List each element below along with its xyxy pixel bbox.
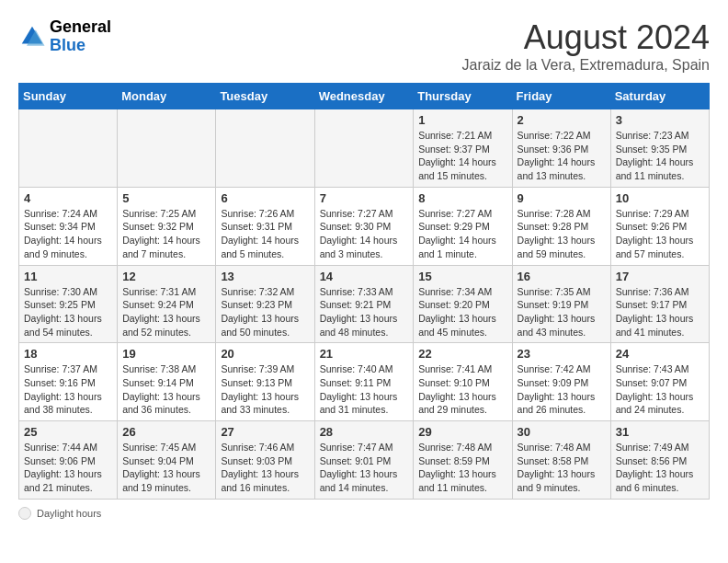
day-number: 28 [320, 425, 409, 439]
day-info: Sunrise: 7:30 AM Sunset: 9:25 PM Dayligh… [24, 285, 112, 339]
day-number: 29 [418, 425, 506, 439]
calendar-cell: 3Sunrise: 7:23 AM Sunset: 9:35 PM Daylig… [610, 109, 709, 188]
day-number: 21 [320, 347, 409, 361]
calendar-week-row: 4Sunrise: 7:24 AM Sunset: 9:34 PM Daylig… [19, 187, 710, 265]
day-number: 16 [518, 270, 606, 283]
weekday-header-monday: Monday [118, 84, 216, 109]
calendar-cell: 31Sunrise: 7:49 AM Sunset: 8:56 PM Dayli… [610, 421, 709, 500]
calendar-cell: 25Sunrise: 7:44 AM Sunset: 9:06 PM Dayli… [19, 421, 118, 500]
calendar-week-row: 18Sunrise: 7:37 AM Sunset: 9:16 PM Dayli… [19, 343, 710, 421]
weekday-header-row: SundayMondayTuesdayWednesdayThursdayFrid… [19, 84, 710, 109]
day-number: 2 [518, 113, 606, 127]
calendar-cell [118, 109, 216, 188]
day-number: 5 [122, 191, 210, 205]
calendar-cell: 10Sunrise: 7:29 AM Sunset: 9:26 PM Dayli… [610, 187, 709, 265]
day-info: Sunrise: 7:40 AM Sunset: 9:11 PM Dayligh… [320, 362, 409, 417]
calendar-cell: 6Sunrise: 7:26 AM Sunset: 9:31 PM Daylig… [216, 187, 314, 265]
day-info: Sunrise: 7:28 AM Sunset: 9:28 PM Dayligh… [518, 207, 606, 261]
calendar-week-row: 25Sunrise: 7:44 AM Sunset: 9:06 PM Dayli… [19, 421, 710, 500]
day-info: Sunrise: 7:49 AM Sunset: 8:56 PM Dayligh… [616, 441, 704, 495]
day-number: 1 [418, 113, 506, 127]
title-area: August 2024 Jaraiz de la Vera, Extremadu… [462, 18, 710, 74]
calendar-cell: 9Sunrise: 7:28 AM Sunset: 9:28 PM Daylig… [512, 187, 610, 265]
calendar-cell: 21Sunrise: 7:40 AM Sunset: 9:11 PM Dayli… [314, 343, 414, 421]
day-number: 3 [616, 113, 704, 127]
legend-icon [18, 507, 31, 520]
calendar-cell: 23Sunrise: 7:42 AM Sunset: 9:09 PM Dayli… [512, 343, 610, 421]
day-info: Sunrise: 7:33 AM Sunset: 9:21 PM Dayligh… [320, 285, 409, 339]
calendar-cell: 22Sunrise: 7:41 AM Sunset: 9:10 PM Dayli… [414, 343, 512, 421]
day-number: 20 [221, 347, 309, 361]
location-subtitle: Jaraiz de la Vera, Extremadura, Spain [462, 57, 710, 74]
calendar-cell: 18Sunrise: 7:37 AM Sunset: 9:16 PM Dayli… [19, 343, 118, 421]
day-number: 8 [418, 191, 506, 205]
day-info: Sunrise: 7:22 AM Sunset: 9:36 PM Dayligh… [518, 129, 606, 183]
day-number: 25 [24, 425, 112, 439]
calendar-cell: 7Sunrise: 7:27 AM Sunset: 9:30 PM Daylig… [314, 187, 414, 265]
calendar-cell: 2Sunrise: 7:22 AM Sunset: 9:36 PM Daylig… [512, 109, 610, 188]
day-number: 7 [320, 191, 409, 205]
calendar-cell: 14Sunrise: 7:33 AM Sunset: 9:21 PM Dayli… [314, 265, 414, 343]
calendar-cell [216, 109, 314, 188]
calendar-cell: 12Sunrise: 7:31 AM Sunset: 9:24 PM Dayli… [118, 265, 216, 343]
calendar-cell [19, 109, 118, 188]
day-info: Sunrise: 7:34 AM Sunset: 9:20 PM Dayligh… [418, 285, 506, 339]
logo: General Blue [18, 18, 111, 55]
calendar-cell: 15Sunrise: 7:34 AM Sunset: 9:20 PM Dayli… [414, 265, 512, 343]
day-info: Sunrise: 7:46 AM Sunset: 9:03 PM Dayligh… [221, 441, 309, 495]
day-number: 12 [122, 270, 210, 283]
day-info: Sunrise: 7:35 AM Sunset: 9:19 PM Dayligh… [518, 285, 606, 339]
calendar-table: SundayMondayTuesdayWednesdayThursdayFrid… [18, 83, 710, 500]
day-info: Sunrise: 7:48 AM Sunset: 8:59 PM Dayligh… [418, 441, 506, 495]
day-info: Sunrise: 7:47 AM Sunset: 9:01 PM Dayligh… [320, 441, 409, 495]
calendar-cell: 8Sunrise: 7:27 AM Sunset: 9:29 PM Daylig… [414, 187, 512, 265]
day-info: Sunrise: 7:23 AM Sunset: 9:35 PM Dayligh… [616, 129, 704, 183]
weekday-header-tuesday: Tuesday [216, 84, 314, 109]
weekday-header-sunday: Sunday [19, 84, 118, 109]
day-number: 17 [616, 270, 704, 283]
day-number: 6 [221, 191, 309, 205]
header: General Blue August 2024 Jaraiz de la Ve… [18, 18, 710, 74]
calendar-cell: 20Sunrise: 7:39 AM Sunset: 9:13 PM Dayli… [216, 343, 314, 421]
day-info: Sunrise: 7:45 AM Sunset: 9:04 PM Dayligh… [122, 441, 210, 495]
month-title: August 2024 [462, 18, 710, 57]
calendar-cell: 30Sunrise: 7:48 AM Sunset: 8:58 PM Dayli… [512, 421, 610, 500]
calendar-cell: 11Sunrise: 7:30 AM Sunset: 9:25 PM Dayli… [19, 265, 118, 343]
logo-icon [18, 23, 46, 51]
day-number: 27 [221, 425, 309, 439]
day-info: Sunrise: 7:44 AM Sunset: 9:06 PM Dayligh… [24, 441, 112, 495]
calendar-week-row: 1Sunrise: 7:21 AM Sunset: 9:37 PM Daylig… [19, 109, 710, 188]
day-number: 14 [320, 270, 409, 283]
day-number: 9 [518, 191, 606, 205]
daylight-label: Daylight hours [37, 508, 101, 519]
day-info: Sunrise: 7:36 AM Sunset: 9:17 PM Dayligh… [616, 285, 704, 339]
day-info: Sunrise: 7:27 AM Sunset: 9:29 PM Dayligh… [418, 207, 506, 261]
calendar-week-row: 11Sunrise: 7:30 AM Sunset: 9:25 PM Dayli… [19, 265, 710, 343]
calendar-cell: 24Sunrise: 7:43 AM Sunset: 9:07 PM Dayli… [610, 343, 709, 421]
day-number: 11 [24, 270, 112, 283]
calendar-cell: 29Sunrise: 7:48 AM Sunset: 8:59 PM Dayli… [414, 421, 512, 500]
calendar-cell: 4Sunrise: 7:24 AM Sunset: 9:34 PM Daylig… [19, 187, 118, 265]
calendar-cell: 13Sunrise: 7:32 AM Sunset: 9:23 PM Dayli… [216, 265, 314, 343]
day-number: 30 [518, 425, 606, 439]
day-info: Sunrise: 7:27 AM Sunset: 9:30 PM Dayligh… [320, 207, 409, 261]
calendar-cell: 5Sunrise: 7:25 AM Sunset: 9:32 PM Daylig… [118, 187, 216, 265]
day-info: Sunrise: 7:43 AM Sunset: 9:07 PM Dayligh… [616, 362, 704, 417]
day-info: Sunrise: 7:41 AM Sunset: 9:10 PM Dayligh… [418, 362, 506, 417]
day-number: 13 [221, 270, 309, 283]
day-info: Sunrise: 7:21 AM Sunset: 9:37 PM Dayligh… [418, 129, 506, 183]
day-info: Sunrise: 7:26 AM Sunset: 9:31 PM Dayligh… [221, 207, 309, 261]
calendar-cell [314, 109, 414, 188]
day-info: Sunrise: 7:32 AM Sunset: 9:23 PM Dayligh… [221, 285, 309, 339]
day-info: Sunrise: 7:29 AM Sunset: 9:26 PM Dayligh… [616, 207, 704, 261]
calendar-cell: 17Sunrise: 7:36 AM Sunset: 9:17 PM Dayli… [610, 265, 709, 343]
day-number: 24 [616, 347, 704, 361]
day-number: 15 [418, 270, 506, 283]
weekday-header-thursday: Thursday [414, 84, 512, 109]
day-number: 19 [122, 347, 210, 361]
calendar-cell: 26Sunrise: 7:45 AM Sunset: 9:04 PM Dayli… [118, 421, 216, 500]
calendar-cell: 1Sunrise: 7:21 AM Sunset: 9:37 PM Daylig… [414, 109, 512, 188]
day-number: 23 [518, 347, 606, 361]
calendar-cell: 27Sunrise: 7:46 AM Sunset: 9:03 PM Dayli… [216, 421, 314, 500]
day-info: Sunrise: 7:39 AM Sunset: 9:13 PM Dayligh… [221, 362, 309, 417]
